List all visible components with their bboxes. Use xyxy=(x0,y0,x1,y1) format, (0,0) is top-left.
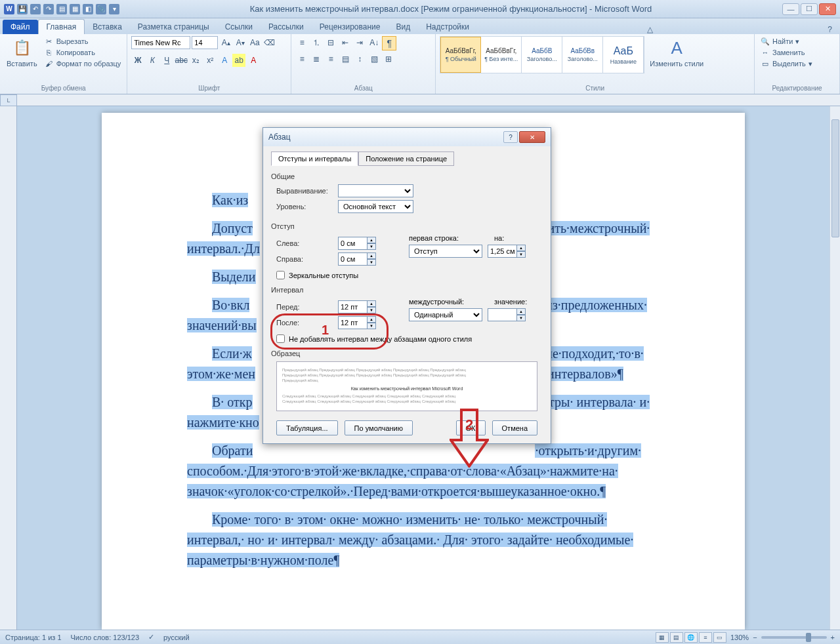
alignment-select[interactable] xyxy=(338,184,413,197)
view-full-screen[interactable]: ▤ xyxy=(670,632,683,643)
scrollbar-thumb[interactable] xyxy=(831,119,839,237)
tab-page-layout[interactable]: Разметка страницы xyxy=(130,20,217,34)
align-right-icon[interactable]: ≡ xyxy=(324,52,337,66)
status-proof-icon[interactable]: ✓ xyxy=(148,633,154,641)
strikethrough-button[interactable]: abc xyxy=(175,54,188,67)
shading-icon[interactable]: ▧ xyxy=(368,52,381,66)
multilevel-icon[interactable]: ⊟ xyxy=(324,36,337,49)
align-left-icon[interactable]: ≡ xyxy=(295,52,308,66)
qat-icon[interactable]: 📎 xyxy=(96,4,106,14)
qat-dropdown-icon[interactable]: ▾ xyxy=(109,4,119,14)
bold-button[interactable]: Ж xyxy=(131,54,144,67)
at-spinner[interactable]: ▲▼ xyxy=(488,308,526,321)
indent-left-spinner[interactable]: ▲▼ xyxy=(338,237,376,250)
vertical-scrollbar[interactable] xyxy=(830,106,840,630)
borders-icon[interactable]: ⊞ xyxy=(382,52,395,66)
ruler-vertical[interactable] xyxy=(0,106,17,630)
default-button[interactable]: По умолчанию xyxy=(345,420,413,435)
tab-addins[interactable]: Надстройки xyxy=(418,20,477,34)
ribbon-minimize-icon[interactable]: △ xyxy=(642,25,658,34)
ruler-horizontal[interactable]: L xyxy=(0,94,840,106)
numbering-icon[interactable]: ⒈ xyxy=(310,36,323,49)
style-normal[interactable]: АаБбВвГг,¶ Обычный xyxy=(440,37,481,73)
file-tab[interactable]: Файл xyxy=(3,20,38,34)
zoom-slider[interactable] xyxy=(761,636,827,639)
shrink-font-icon[interactable]: A▾ xyxy=(234,36,247,49)
zoom-out-button[interactable]: − xyxy=(753,634,757,641)
minimize-button[interactable]: — xyxy=(782,3,799,15)
help-icon[interactable]: ? xyxy=(822,25,837,34)
tab-indents-spacing[interactable]: Отступы и интервалы xyxy=(271,151,358,166)
spacing-before-spinner[interactable]: ▲▼ xyxy=(338,300,376,313)
style-title[interactable]: АаБНазвание xyxy=(603,37,644,73)
select-button[interactable]: ▭Выделить▾ xyxy=(759,58,814,69)
save-icon[interactable]: 💾 xyxy=(17,4,28,14)
dialog-close-button[interactable]: ✕ xyxy=(519,131,545,143)
qat-icon[interactable]: ▤ xyxy=(56,4,67,14)
indent-right-spinner[interactable]: ▲▼ xyxy=(338,252,376,266)
format-painter-button[interactable]: 🖌Формат по образцу xyxy=(43,58,123,69)
by-spinner[interactable]: ▲▼ xyxy=(488,245,526,258)
paste-button[interactable]: 📋 Вставить xyxy=(4,36,40,69)
spacing-after-spinner[interactable]: ▲▼ xyxy=(338,316,376,329)
line-spacing-select[interactable]: Одинарный xyxy=(409,308,482,321)
align-center-icon[interactable]: ≣ xyxy=(310,52,323,66)
view-outline[interactable]: ≡ xyxy=(699,632,712,643)
qat-icon[interactable]: ▦ xyxy=(70,4,80,14)
line-spacing-icon[interactable]: ↕ xyxy=(353,52,366,66)
level-select[interactable]: Основной текст xyxy=(338,200,413,213)
subscript-button[interactable]: x₂ xyxy=(189,54,202,67)
copy-button[interactable]: ⎘Копировать xyxy=(43,47,123,58)
clear-format-icon[interactable]: ⌫ xyxy=(262,36,276,49)
zoom-thumb[interactable] xyxy=(806,633,811,642)
mirror-indents-checkbox[interactable] xyxy=(276,271,285,279)
status-page[interactable]: Страница: 1 из 1 xyxy=(5,634,62,641)
cut-button[interactable]: ✂Вырезать xyxy=(43,36,123,47)
increase-indent-icon[interactable]: ⇥ xyxy=(353,36,366,49)
italic-button[interactable]: К xyxy=(146,54,159,67)
bullets-icon[interactable]: ≡ xyxy=(295,36,308,49)
dialog-help-button[interactable]: ? xyxy=(503,131,518,143)
justify-icon[interactable]: ▤ xyxy=(339,52,352,66)
tabs-button[interactable]: Табуляция... xyxy=(276,420,338,435)
view-web[interactable]: 🌐 xyxy=(684,632,698,643)
pilcrow-button[interactable]: ¶ xyxy=(382,36,396,50)
tab-home[interactable]: Главная xyxy=(38,19,85,34)
view-draft[interactable]: ▭ xyxy=(713,632,726,643)
text-effects-icon[interactable]: A xyxy=(218,54,231,67)
decrease-indent-icon[interactable]: ⇤ xyxy=(339,36,352,49)
close-button[interactable]: ✕ xyxy=(819,3,836,15)
redo-icon[interactable]: ↷ xyxy=(43,4,54,14)
tab-line-breaks[interactable]: Положение на странице xyxy=(358,151,454,166)
underline-button[interactable]: Ч xyxy=(160,54,173,67)
first-line-select[interactable]: Отступ xyxy=(409,245,482,258)
style-heading2[interactable]: АаБбВвЗаголово... xyxy=(562,37,603,73)
tab-view[interactable]: Вид xyxy=(388,20,418,34)
sort-icon[interactable]: A↓ xyxy=(368,36,381,49)
cancel-button[interactable]: Отмена xyxy=(492,420,537,435)
font-color-icon[interactable]: A xyxy=(247,54,260,67)
tab-mailings[interactable]: Рассылки xyxy=(261,20,312,34)
maximize-button[interactable]: ☐ xyxy=(801,3,818,15)
style-heading1[interactable]: АаБбВЗаголово... xyxy=(522,37,562,73)
font-name-input[interactable] xyxy=(131,36,190,49)
status-language[interactable]: русский xyxy=(163,634,189,641)
highlight-icon[interactable]: ab xyxy=(232,54,245,67)
dialog-titlebar[interactable]: Абзац ? ✕ xyxy=(263,128,551,146)
change-styles-button[interactable]: A Изменить стили xyxy=(647,36,706,69)
find-button[interactable]: 🔍Найти▾ xyxy=(759,36,801,47)
change-case-icon[interactable]: Aa xyxy=(248,36,261,49)
font-size-input[interactable] xyxy=(192,36,218,49)
undo-icon[interactable]: ↶ xyxy=(30,4,41,14)
view-print-layout[interactable]: ▦ xyxy=(656,632,669,643)
zoom-level[interactable]: 130% xyxy=(730,634,749,641)
zoom-in-button[interactable]: + xyxy=(831,634,835,641)
no-space-checkbox[interactable] xyxy=(276,334,285,343)
superscript-button[interactable]: x² xyxy=(203,54,217,67)
qat-icon[interactable]: ◧ xyxy=(83,4,93,14)
tab-insert[interactable]: Вставка xyxy=(85,20,130,34)
replace-button[interactable]: ↔Заменить xyxy=(759,47,807,58)
tab-references[interactable]: Ссылки xyxy=(217,20,261,34)
grow-font-icon[interactable]: A▴ xyxy=(219,36,232,49)
status-words[interactable]: Число слов: 123/123 xyxy=(71,634,140,641)
